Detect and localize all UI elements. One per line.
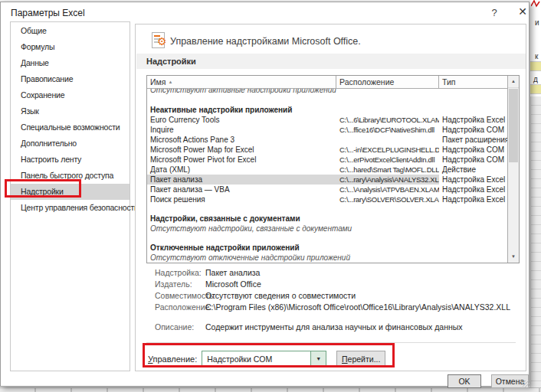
sidebar-item-5[interactable]: Сохранение <box>11 87 130 103</box>
cell-name: Euro Currency Tools <box>147 115 336 125</box>
ok-button[interactable]: OK <box>448 374 481 388</box>
excel-text-fragment: д <box>533 75 538 83</box>
column-header-type[interactable]: Тип <box>439 76 507 88</box>
cell-name: Пакет анализа <box>147 175 336 185</box>
addin-row[interactable]: Дата (XML)C:\...hared\Smart Tag\MOFL.DLL… <box>147 165 507 175</box>
cell-location: C:\...-in\EXCELPLUGINSHELL.DLL <box>336 145 439 155</box>
cell-type: Надстройка Excel <box>439 194 507 204</box>
list-row-section: Надстройки, связанные с документами <box>147 214 507 224</box>
detail-label: Расположение: <box>155 302 205 313</box>
sidebar-item-7[interactable]: Специальные возможности <box>11 119 130 136</box>
list-rows: Отсутствуют активные надстройки приложен… <box>147 89 507 263</box>
sidebar-item-8[interactable]: Дополнительно <box>11 136 130 152</box>
detail-value: Содержит инструменты для анализа научных… <box>205 322 463 333</box>
detail-row: Надстройка:Пакет анализа <box>155 267 510 279</box>
scroll-up-icon[interactable]: ▲ <box>508 76 519 88</box>
cell-type: Действие <box>439 165 507 175</box>
excel-background-right: и к д <box>530 0 541 392</box>
excel-grid <box>530 96 541 392</box>
cell-name: Inquire <box>147 125 336 135</box>
cell-type: Надстройка COM <box>439 145 507 155</box>
cell-type: Надстройка Excel <box>439 115 507 125</box>
cell-name: Дата (XML) <box>147 165 336 175</box>
detail-row: Расположение:C:\Program Files (x86)\Micr… <box>155 302 510 313</box>
detail-value: C:\Program Files (x86)\Microsoft Office\… <box>205 302 510 313</box>
detail-label: Надстройка: <box>155 267 205 279</box>
cell-type: Надстройка COM <box>439 155 507 165</box>
row-label: Надстройки, связанные с документами <box>147 214 507 224</box>
red-pen-mark <box>531 0 540 8</box>
cell-location: C:\...rary\Analysis\ANALYS32.XLL <box>336 175 439 185</box>
cell-location: C:\...rary\SOLVER\SOLVER.XLAM <box>336 194 439 204</box>
row-label: Отсутствуют надстройки, связанные с доку… <box>147 224 507 234</box>
list-row-section: Неактивные надстройки приложений <box>147 105 507 115</box>
row-label: Отсутствуют отключенные надстройки прило… <box>147 253 507 263</box>
sidebar-item-6[interactable]: Язык <box>11 103 130 119</box>
cell-name: Пакет анализа — VBA <box>147 185 336 194</box>
row-label: Отсутствуют активные надстройки приложен… <box>147 89 507 96</box>
cell-name: Поиск решения <box>147 194 336 204</box>
addins-panel: ⚙ Управление надстройками Microsoft Offi… <box>135 24 526 371</box>
scrollbar[interactable]: ▲ ▼ <box>507 76 519 263</box>
excel-text-fragment: к <box>535 52 538 60</box>
sidebar-item-1[interactable]: Общие <box>11 23 130 39</box>
excel-highlighted-cell <box>530 61 541 71</box>
cell-name: Microsoft Power Pivot for Excel <box>147 155 336 165</box>
sidebar-item-9[interactable]: Настроить ленту <box>11 152 130 168</box>
list-header: Имя▲ Расположение Тип <box>147 76 519 89</box>
sidebar-item-3[interactable]: Данные <box>11 55 130 71</box>
cell-type: Пакет расширения XML <box>439 135 507 145</box>
addin-row[interactable]: InquireC:\...ffice16\DCF\NativeShim.dllН… <box>147 125 507 135</box>
row-label: Неактивные надстройки приложений <box>147 105 507 115</box>
addin-row[interactable]: Microsoft Actions Pane 3Пакет расширения… <box>147 135 507 145</box>
close-icon[interactable]: ✕ <box>516 5 530 18</box>
cell-name: Microsoft Power Map for Excel <box>147 145 336 155</box>
cell-type: Надстройка Excel <box>439 175 507 185</box>
detail-row: Издатель:Microsoft Office <box>155 279 510 290</box>
list-row-blank <box>147 204 507 214</box>
addin-row[interactable]: Euro Currency ToolsC:\...6\Library\EUROT… <box>147 115 507 125</box>
sidebar-item-12[interactable]: Центр управления безопасностью <box>11 200 130 216</box>
cell-location: C:\...erPivotExcelClientAddIn.dll <box>336 155 439 165</box>
sidebar-item-2[interactable]: Формулы <box>11 39 130 55</box>
list-row-italic: Отсутствуют отключенные надстройки прило… <box>147 253 507 263</box>
addin-row[interactable]: Microsoft Power Pivot for ExcelC:\...erP… <box>147 155 507 165</box>
addins-list: Имя▲ Расположение Тип Отсутствуют активн… <box>146 75 520 263</box>
column-header-name[interactable]: Имя▲ <box>147 76 336 88</box>
cell-type: Надстройка Excel <box>439 185 507 194</box>
addin-details: Надстройка:Пакет анализаИздатель:Microso… <box>155 267 510 333</box>
scrollbar-thumb[interactable] <box>509 89 518 162</box>
detail-label: Совместимость: <box>155 290 205 302</box>
excel-highlighted-cell <box>530 84 541 94</box>
addin-row[interactable]: Пакет анализаC:\...rary\Analysis\ANALYS3… <box>147 175 507 185</box>
detail-row: Описание:Содержит инструменты для анализ… <box>155 322 510 333</box>
section-label: Надстройки <box>136 54 526 69</box>
scroll-down-icon[interactable]: ▼ <box>508 251 519 263</box>
list-row-italic: Отсутствуют надстройки, связанные с доку… <box>147 224 507 234</box>
dialog-title: Параметры Excel <box>11 8 85 18</box>
annotation-box-manage <box>143 343 395 368</box>
detail-value: Отсутствуют сведения о совместимости <box>205 290 356 302</box>
cell-location: C:\...ffice16\DCF\NativeShim.dll <box>336 125 439 135</box>
sidebar-item-4[interactable]: Правописание <box>11 71 130 87</box>
addin-row[interactable]: Поиск решенияC:\...rary\SOLVER\SOLVER.XL… <box>147 194 507 204</box>
help-icon[interactable]: ? <box>488 7 500 18</box>
panel-heading: Управление надстройками Microsoft Office… <box>170 36 361 47</box>
detail-value: Пакет анализа <box>205 267 260 279</box>
annotation-box-sidebar-addins <box>5 179 81 198</box>
column-header-location[interactable]: Расположение <box>336 76 439 88</box>
detail-label: Издатель: <box>155 279 205 290</box>
cell-name: Microsoft Actions Pane 3 <box>147 135 336 145</box>
resize-grip[interactable] <box>523 381 530 387</box>
detail-label: Описание: <box>155 322 205 333</box>
cell-type: Надстройка COM <box>439 125 507 135</box>
detail-row: Совместимость:Отсутствуют сведения о сов… <box>155 290 510 302</box>
cell-location <box>336 135 439 145</box>
addin-row[interactable]: Microsoft Power Map for ExcelC:\...-in\E… <box>147 145 507 155</box>
excel-text-fragment: и <box>535 18 539 27</box>
row-label: Отключенные надстройки приложений <box>147 243 507 253</box>
gear-icon: ⚙ <box>157 36 167 47</box>
addin-row[interactable]: Пакет анализа — VBAC:\...\Analysis\ATPVB… <box>147 185 507 194</box>
screen: и к д Параметры Excel ? ✕ ОбщиеФормулыДа… <box>0 0 541 392</box>
detail-value: Microsoft Office <box>205 279 261 290</box>
